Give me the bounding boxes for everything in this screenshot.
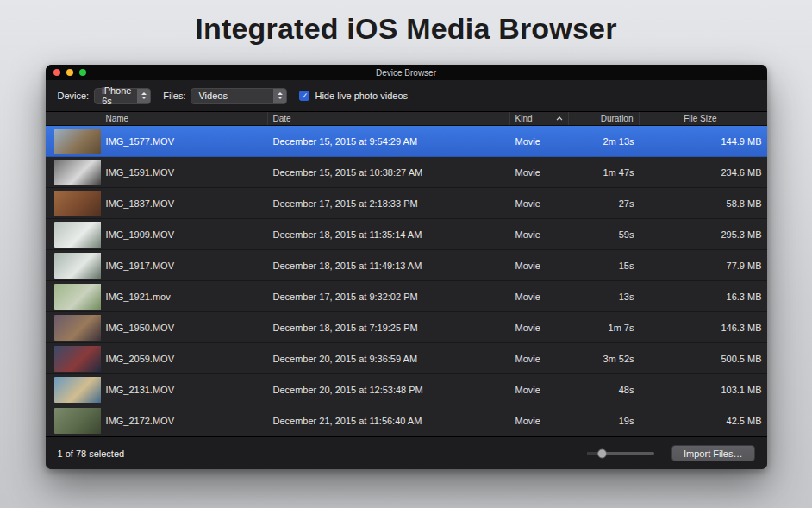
thumbnail-cell	[46, 222, 101, 248]
file-kind: Movie	[510, 167, 569, 178]
video-thumbnail	[54, 222, 101, 248]
video-thumbnail	[54, 160, 101, 185]
video-thumbnail	[54, 346, 101, 372]
thumbnail-cell	[46, 129, 101, 154]
thumbnail-cell	[46, 253, 101, 279]
file-kind: Movie	[510, 260, 569, 271]
thumbnail-cell	[46, 408, 101, 434]
duration-column-header[interactable]: Duration	[569, 112, 640, 125]
file-kind: Movie	[510, 385, 569, 395]
file-date: December 15, 2015 at 9:54:29 AM	[268, 136, 510, 147]
device-label: Device:	[58, 91, 90, 101]
file-name: IMG_2131.MOV	[101, 385, 268, 395]
device-popup-button[interactable]: iPhone 6s	[94, 88, 151, 104]
file-duration: 59s	[569, 229, 640, 240]
import-files-button[interactable]: Import Files…	[671, 445, 754, 461]
popup-arrows-icon	[137, 89, 150, 103]
file-size: 500.5 MB	[640, 354, 767, 364]
file-kind: Movie	[510, 229, 569, 240]
file-duration: 27s	[569, 198, 640, 209]
file-size: 16.3 MB	[640, 292, 767, 302]
file-duration: 13s	[569, 292, 640, 302]
file-date: December 18, 2015 at 11:35:14 AM	[268, 229, 510, 240]
table-row[interactable]: IMG_1837.MOVDecember 17, 2015 at 2:18:33…	[46, 188, 767, 219]
file-name: IMG_1950.MOV	[101, 323, 268, 333]
sort-ascending-icon	[551, 116, 563, 121]
file-name: IMG_1577.MOV	[101, 136, 268, 147]
checkbox-checked-icon[interactable]: ✓	[299, 91, 309, 101]
video-thumbnail	[54, 191, 101, 216]
name-column-header[interactable]: Name	[101, 112, 268, 125]
file-size: 42.5 MB	[640, 416, 767, 426]
file-size: 58.8 MB	[640, 198, 767, 209]
table-row[interactable]: IMG_2172.MOVDecember 21, 2015 at 11:56:4…	[46, 405, 767, 436]
file-kind: Movie	[510, 292, 569, 302]
file-date: December 17, 2015 at 2:18:33 PM	[268, 198, 510, 209]
file-name: IMG_1917.MOV	[101, 260, 268, 271]
thumbnail-cell	[46, 160, 101, 185]
thumbnail-cell	[46, 377, 101, 403]
video-thumbnail	[54, 408, 101, 434]
table-row[interactable]: IMG_2059.MOVDecember 20, 2015 at 9:36:59…	[46, 343, 767, 374]
file-kind: Movie	[510, 136, 569, 147]
table-body: IMG_1577.MOVDecember 15, 2015 at 9:54:29…	[46, 126, 767, 436]
table-row[interactable]: IMG_1909.MOVDecember 18, 2015 at 11:35:1…	[46, 219, 767, 250]
video-thumbnail	[54, 315, 101, 341]
file-date: December 18, 2015 at 7:19:25 PM	[268, 323, 510, 333]
table-row[interactable]: IMG_1917.MOVDecember 18, 2015 at 11:49:1…	[46, 250, 767, 281]
date-column-header[interactable]: Date	[268, 112, 510, 125]
file-date: December 20, 2015 at 9:36:59 AM	[268, 354, 510, 364]
file-name: IMG_2172.MOV	[101, 416, 268, 426]
file-size: 77.9 MB	[640, 260, 767, 271]
file-name: IMG_1909.MOV	[101, 229, 268, 240]
table-row[interactable]: IMG_1921.movDecember 17, 2015 at 9:32:02…	[46, 281, 767, 312]
thumbnail-cell	[46, 346, 101, 372]
window-titlebar[interactable]: Device Browser	[46, 65, 767, 80]
file-name: IMG_1921.mov	[101, 292, 268, 302]
file-size: 144.9 MB	[640, 136, 767, 147]
page-title: Integrated iOS Media Browser	[0, 0, 812, 46]
device-popup-value: iPhone 6s	[102, 85, 131, 106]
file-date: December 18, 2015 at 11:49:13 AM	[268, 260, 510, 271]
table-row[interactable]: IMG_1577.MOVDecember 15, 2015 at 9:54:29…	[46, 126, 767, 157]
file-date: December 21, 2015 at 11:56:40 AM	[268, 416, 510, 426]
thumbnail-cell	[46, 315, 101, 341]
file-name: IMG_2059.MOV	[101, 354, 268, 364]
file-duration: 1m 7s	[569, 323, 640, 333]
table-row[interactable]: IMG_1591.MOVDecember 15, 2015 at 10:38:2…	[46, 157, 767, 188]
table-row[interactable]: IMG_1950.MOVDecember 18, 2015 at 7:19:25…	[46, 312, 767, 343]
file-size: 234.6 MB	[640, 167, 767, 178]
file-duration: 2m 13s	[569, 136, 640, 147]
video-thumbnail	[54, 253, 101, 279]
kind-column-header[interactable]: Kind	[510, 112, 569, 125]
minimize-window-button[interactable]	[66, 69, 73, 76]
traffic-lights	[53, 65, 86, 80]
file-kind: Movie	[510, 198, 569, 209]
device-browser-window: Device Browser Device: iPhone 6s Files: …	[46, 65, 767, 469]
files-popup-button[interactable]: Videos	[191, 88, 287, 104]
toolbar: Device: iPhone 6s Files: Videos ✓ Hide l…	[46, 80, 767, 112]
thumbnail-cell	[46, 284, 101, 310]
file-duration: 15s	[569, 260, 640, 271]
file-date: December 15, 2015 at 10:38:27 AM	[268, 167, 510, 178]
slider-thumb[interactable]	[597, 448, 607, 458]
filesize-column-header[interactable]: File Size	[640, 112, 767, 125]
file-date: December 17, 2015 at 9:32:02 PM	[268, 292, 510, 302]
video-thumbnail	[54, 129, 101, 154]
video-thumbnail	[54, 284, 101, 310]
close-window-button[interactable]	[53, 69, 60, 76]
file-duration: 48s	[569, 385, 640, 395]
file-date: December 20, 2015 at 12:53:48 PM	[268, 385, 510, 395]
file-kind: Movie	[510, 416, 569, 426]
thumbnail-column-header	[46, 112, 101, 125]
window-title: Device Browser	[376, 68, 436, 78]
thumbnail-zoom-slider[interactable]	[587, 452, 654, 455]
file-duration: 1m 47s	[569, 167, 640, 178]
file-size: 146.3 MB	[640, 323, 767, 333]
file-size: 103.1 MB	[640, 385, 767, 395]
file-kind: Movie	[510, 354, 569, 364]
zoom-window-button[interactable]	[79, 69, 86, 76]
table-row[interactable]: IMG_2131.MOVDecember 20, 2015 at 12:53:4…	[46, 374, 767, 405]
hide-live-photo-checkbox[interactable]: ✓ Hide live photo videos	[299, 91, 408, 101]
selection-status: 1 of 78 selected	[58, 448, 125, 459]
